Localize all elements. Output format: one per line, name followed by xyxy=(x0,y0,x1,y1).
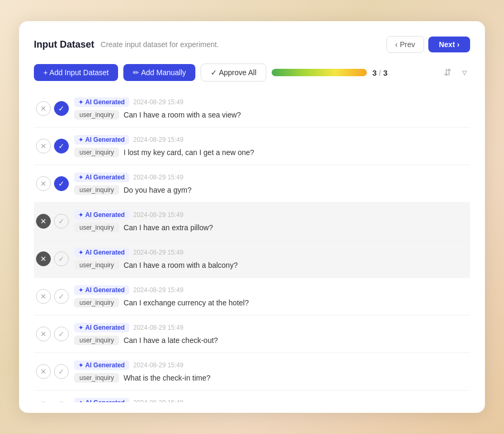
ai-badge: ✦ AI Generated xyxy=(74,97,129,107)
progress-count: 3 / 3 xyxy=(372,68,388,77)
reject-button[interactable]: ✕ xyxy=(36,289,51,304)
item-timestamp: 2024-08-29 15:49 xyxy=(133,324,184,331)
add-manually-button[interactable]: ✏ Add Manually xyxy=(123,64,195,81)
item-timestamp: 2024-08-29 15:49 xyxy=(133,211,184,219)
star-icon: ✦ xyxy=(78,400,83,403)
star-icon: ✦ xyxy=(78,174,83,181)
star-icon: ✦ xyxy=(78,324,83,331)
approve-button[interactable]: ✓ xyxy=(54,289,69,304)
user-inquiry-tag: user_inquiry xyxy=(74,110,119,120)
star-icon: ✦ xyxy=(78,99,83,106)
page-subtitle: Create input dataset for experiment. xyxy=(101,40,386,49)
item-text: Can I have a room with a balcony? xyxy=(123,261,238,269)
ai-badge: ✦ AI Generated xyxy=(74,323,129,332)
toolbar-actions: ⇵ ▿ xyxy=(440,65,470,80)
chevron-right-icon: › xyxy=(457,40,460,49)
ai-badge: ✦ AI Generated xyxy=(74,398,129,402)
reject-button[interactable]: ✕ xyxy=(36,364,51,379)
header: Input Dataset Create input dataset for e… xyxy=(34,36,470,53)
ai-badge: ✦ AI Generated xyxy=(74,285,129,295)
reject-button[interactable]: ✕ xyxy=(36,176,51,191)
list-item: ✕ ✓ ✦ AI Generated 2024-08-29 15:49 user… xyxy=(34,240,470,278)
chevron-left-icon: ‹ xyxy=(395,40,398,49)
reject-button[interactable]: ✕ xyxy=(36,327,51,341)
user-inquiry-tag: user_inquiry xyxy=(74,185,119,195)
reject-button[interactable]: ✕ xyxy=(36,251,51,266)
user-inquiry-tag: user_inquiry xyxy=(74,148,119,157)
item-actions: ✕ ✓ xyxy=(36,176,69,191)
main-card: Input Dataset Create input dataset for e… xyxy=(19,21,485,413)
item-timestamp: 2024-08-29 15:49 xyxy=(133,399,184,402)
item-actions: ✕ ✓ xyxy=(36,402,69,402)
approve-button[interactable]: ✓ xyxy=(54,214,69,229)
item-meta: ✦ AI Generated 2024-08-29 15:49 xyxy=(74,360,466,370)
user-inquiry-tag: user_inquiry xyxy=(74,373,119,383)
item-body: user_inquiry Do you have a gym? xyxy=(74,185,466,195)
approve-button[interactable]: ✓ xyxy=(54,251,69,266)
item-meta: ✦ AI Generated 2024-08-29 15:49 xyxy=(74,173,466,182)
approve-button[interactable]: ✓ xyxy=(54,364,69,379)
dataset-list: ✕ ✓ ✦ AI Generated 2024-08-29 15:49 user… xyxy=(34,90,470,402)
progress-container: 3 / 3 xyxy=(272,68,435,77)
item-body: user_inquiry Can I have an extra pillow? xyxy=(74,223,466,232)
item-body: user_inquiry Can I exchange currency at … xyxy=(74,298,466,308)
item-text: Can I have a room with a sea view? xyxy=(123,111,241,119)
item-body: user_inquiry Can I have a room with a ba… xyxy=(74,260,466,270)
item-text: Can I have an extra pillow? xyxy=(123,223,213,232)
item-meta: ✦ AI Generated 2024-08-29 15:49 xyxy=(74,323,466,332)
progress-bar-wrap xyxy=(272,69,367,76)
item-text: I lost my key card, can I get a new one? xyxy=(123,148,254,157)
list-item: ✕ ✓ ✦ AI Generated 2024-08-29 15:49 user… xyxy=(34,391,470,402)
progress-bar xyxy=(272,69,367,76)
item-timestamp: 2024-08-29 15:49 xyxy=(133,286,184,294)
reject-button[interactable]: ✕ xyxy=(36,101,51,116)
approve-button[interactable]: ✓ xyxy=(54,176,69,191)
list-item: ✕ ✓ ✦ AI Generated 2024-08-29 15:49 user… xyxy=(34,315,470,353)
item-actions: ✕ ✓ xyxy=(36,327,69,341)
item-timestamp: 2024-08-29 15:49 xyxy=(133,361,184,369)
item-content: ✦ AI Generated 2024-08-29 15:49 user_inq… xyxy=(74,285,466,308)
item-timestamp: 2024-08-29 15:49 xyxy=(133,249,184,256)
item-text: Can I exchange currency at the hotel? xyxy=(123,299,249,307)
list-item: ✕ ✓ ✦ AI Generated 2024-08-29 15:49 user… xyxy=(34,128,470,165)
user-inquiry-tag: user_inquiry xyxy=(74,298,119,308)
approve-button[interactable]: ✓ xyxy=(54,139,69,153)
sort-button[interactable]: ⇵ xyxy=(440,65,455,80)
item-text: Do you have a gym? xyxy=(123,186,191,194)
approve-all-button[interactable]: ✓ Approve All xyxy=(201,64,266,82)
item-body: user_inquiry I lost my key card, can I g… xyxy=(74,148,466,157)
ai-badge: ✦ AI Generated xyxy=(74,360,129,370)
item-content: ✦ AI Generated 2024-08-29 15:49 user_inq… xyxy=(74,173,466,195)
toolbar: + Add Input Dataset ✏ Add Manually ✓ App… xyxy=(34,64,470,82)
item-meta: ✦ AI Generated 2024-08-29 15:49 xyxy=(74,248,466,257)
approve-button[interactable]: ✓ xyxy=(54,402,69,402)
user-inquiry-tag: user_inquiry xyxy=(74,336,119,345)
user-inquiry-tag: user_inquiry xyxy=(74,223,119,232)
list-item: ✕ ✓ ✦ AI Generated 2024-08-29 15:49 user… xyxy=(34,90,470,128)
star-icon: ✦ xyxy=(78,137,83,143)
approve-button[interactable]: ✓ xyxy=(54,101,69,116)
reject-button[interactable]: ✕ xyxy=(36,214,51,229)
reject-button[interactable]: ✕ xyxy=(36,402,51,402)
item-timestamp: 2024-08-29 15:49 xyxy=(133,136,184,143)
item-text: Can I have a late check-out? xyxy=(123,336,218,345)
item-content: ✦ AI Generated 2024-08-29 15:49 user_inq… xyxy=(74,135,466,157)
next-button[interactable]: Next › xyxy=(428,37,470,52)
approve-button[interactable]: ✓ xyxy=(54,327,69,341)
item-body: user_inquiry What is the check-in time? xyxy=(74,373,466,383)
item-actions: ✕ ✓ xyxy=(36,251,69,266)
ai-badge: ✦ AI Generated xyxy=(74,248,129,257)
item-meta: ✦ AI Generated 2024-08-29 15:49 xyxy=(74,398,466,402)
item-content: ✦ AI Generated 2024-08-29 15:49 user_inq… xyxy=(74,97,466,120)
filter-button[interactable]: ▿ xyxy=(459,65,470,80)
reject-button[interactable]: ✕ xyxy=(36,139,51,153)
add-input-dataset-button[interactable]: + Add Input Dataset xyxy=(34,64,118,81)
header-nav: ‹ Prev Next › xyxy=(386,36,471,53)
list-item: ✕ ✓ ✦ AI Generated 2024-08-29 15:49 user… xyxy=(34,203,470,240)
prev-button[interactable]: ‹ Prev xyxy=(386,36,424,53)
item-actions: ✕ ✓ xyxy=(36,101,69,116)
item-content: ✦ AI Generated 2024-08-29 15:49 user_inq… xyxy=(74,398,466,402)
ai-badge: ✦ AI Generated xyxy=(74,210,129,220)
item-meta: ✦ AI Generated 2024-08-29 15:49 xyxy=(74,97,466,107)
item-content: ✦ AI Generated 2024-08-29 15:49 user_inq… xyxy=(74,323,466,345)
